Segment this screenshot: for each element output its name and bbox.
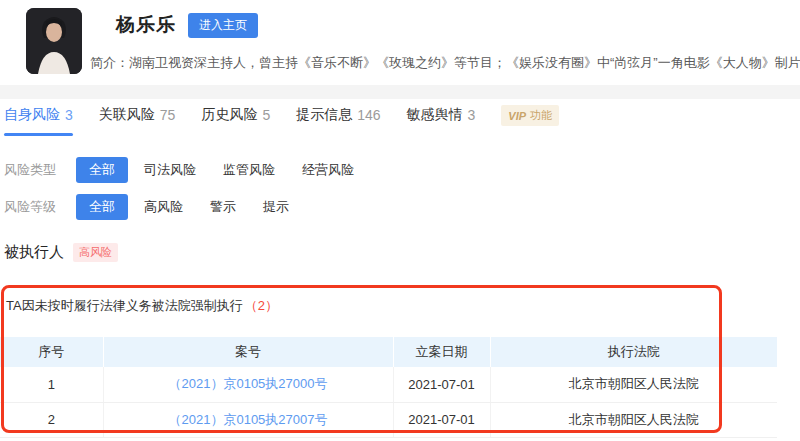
risk-filters: 风险类型 全部 司法风险 监管风险 经营风险 风险等级 全部 高风险 警示 提示 [4,157,381,231]
tab-sensitive-opinion[interactable]: 敏感舆情 3 [407,106,476,136]
vip-icon: VIP [508,110,526,122]
filter-option-judicial[interactable]: 司法风险 [144,161,196,179]
filter-option-regulatory[interactable]: 监管风险 [223,161,275,179]
table-header-row: 序号 案号 立案日期 执行法院 [0,337,777,367]
cell-filing-date: 2021-07-01 [393,402,490,437]
tab-count: 146 [357,107,380,123]
header-court: 执行法院 [490,337,777,367]
enforcement-table: 序号 案号 立案日期 执行法院 1 （2021）京0105执27000号 202… [0,337,777,438]
section-divider [0,85,800,99]
tab-count: 75 [160,107,176,123]
case-number-link[interactable]: （2021）京0105执27000号 [169,376,328,391]
header-case-no: 案号 [103,337,393,367]
filter-option-all[interactable]: 全部 [76,194,128,220]
tab-count: 3 [65,107,73,123]
filter-risk-level: 风险等级 全部 高风险 警示 提示 [4,194,381,220]
risk-count: （2） [245,298,278,313]
cell-court: 北京市朝阳区人民法院 [490,402,777,437]
profile-avatar [26,8,82,74]
filter-option-warning[interactable]: 警示 [210,198,236,216]
filter-label: 风险等级 [4,198,76,216]
header-filing-date: 立案日期 [393,337,490,367]
table-row: 1 （2021）京0105执27000号 2021-07-01 北京市朝阳区人民… [0,367,777,402]
filter-option-high-risk[interactable]: 高风险 [144,198,183,216]
risk-profile-page: 杨乐乐 进入主页 简介：湖南卫视资深主持人，曾主持《音乐不断》《玫瑰之约》等节目… [0,0,800,441]
enter-homepage-button[interactable]: 进入主页 [188,13,258,38]
tab-self-risk[interactable]: 自身风险 3 [4,106,73,136]
header-index: 序号 [0,337,103,367]
tab-related-risk[interactable]: 关联风险 75 [99,106,176,136]
tab-history-risk[interactable]: 历史风险 5 [201,106,270,136]
cell-court: 北京市朝阳区人民法院 [490,367,777,402]
vip-feature-badge[interactable]: VIP 功能 [501,105,559,126]
profile-header: 杨乐乐 进入主页 简介：湖南卫视资深主持人，曾主持《音乐不断》《玫瑰之约》等节目… [26,8,800,74]
tab-count: 5 [262,107,270,123]
risk-block-title: TA因未按时履行法律义务被法院强制执行（2） [6,297,278,315]
cell-index: 1 [0,367,103,402]
case-number-link[interactable]: （2021）京0105执27007号 [169,412,328,427]
filter-option-all[interactable]: 全部 [76,157,128,183]
executed-person-section: 被执行人 高风险 [4,243,118,262]
cell-index: 2 [0,402,103,437]
filter-option-notice[interactable]: 提示 [263,198,289,216]
risk-tabs: 自身风险 3 关联风险 75 历史风险 5 提示信息 146 敏感舆情 3 VI… [4,105,559,136]
filter-label: 风险类型 [4,161,76,179]
profile-name: 杨乐乐 [116,12,176,38]
cell-filing-date: 2021-07-01 [393,367,490,402]
high-risk-badge: 高风险 [73,243,118,262]
tab-count: 3 [468,107,476,123]
filter-risk-type: 风险类型 全部 司法风险 监管风险 经营风险 [4,157,381,183]
tab-notice-info[interactable]: 提示信息 146 [296,106,380,136]
filter-option-operational[interactable]: 经营风险 [302,161,354,179]
section-title: 被执行人 [4,243,64,262]
profile-info: 杨乐乐 进入主页 简介：湖南卫视资深主持人，曾主持《音乐不断》《玫瑰之约》等节目… [90,8,800,74]
profile-intro: 简介：湖南卫视资深主持人，曾主持《音乐不断》《玫瑰之约》等节目；《娱乐没有圈》中… [90,54,800,72]
table-row: 2 （2021）京0105执27007号 2021-07-01 北京市朝阳区人民… [0,402,777,437]
person-photo-icon [26,8,82,74]
